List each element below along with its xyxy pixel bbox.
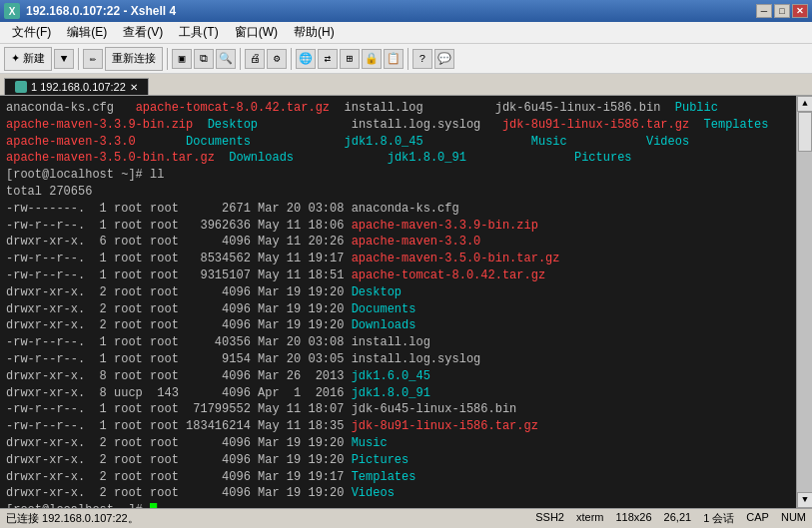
transfer-icon[interactable]: ⇄ (318, 49, 338, 69)
terminal-line: -rw-r--r--. 1 root root 3962636 May 11 1… (6, 218, 790, 235)
print-icon[interactable]: 🖨 (245, 49, 265, 69)
dropdown-arrow[interactable]: ▼ (54, 49, 74, 69)
terminal-line: [root@localhost ~]# █ (6, 502, 790, 508)
help-icon[interactable]: ? (412, 49, 432, 69)
terminal-line: drwxr-xr-x. 6 root root 4096 May 11 20:2… (6, 234, 790, 251)
terminal-line: [root@localhost ~]# ll (6, 167, 790, 184)
new-icon: ✦ (11, 52, 20, 65)
menu-tools[interactable]: 工具(T) (171, 22, 226, 43)
terminal-size: 118x26 (616, 511, 652, 526)
scrollbar[interactable]: ▲ ▼ (796, 96, 812, 508)
terminal-line: total 270656 (6, 184, 790, 201)
globe-icon[interactable]: 🌐 (296, 49, 316, 69)
screen-icon[interactable]: ▣ (172, 49, 192, 69)
caps-indicator: CAP (746, 511, 769, 526)
separator-2 (167, 48, 168, 70)
scroll-down-button[interactable]: ▼ (797, 492, 812, 508)
terminal-wrapper: anaconda-ks.cfg apache-tomcat-8.0.42.tar… (0, 96, 796, 508)
terminal[interactable]: anaconda-ks.cfg apache-tomcat-8.0.42.tar… (0, 96, 796, 508)
toolbar: ✦ 新建 ▼ ✏ 重新连接 ▣ ⧉ 🔍 🖨 ⚙ 🌐 ⇄ ⊞ 🔒 📋 ? 💬 (0, 44, 812, 74)
terminal-line: drwxr-xr-x. 8 root root 4096 Mar 26 2013… (6, 368, 790, 385)
separator-4 (291, 48, 292, 70)
chat-icon[interactable]: 💬 (434, 49, 454, 69)
terminal-line: drwxr-xr-x. 2 root root 4096 Mar 19 19:2… (6, 301, 790, 318)
title-bar: X 192.168.0.107:22 - Xshell 4 ─ □ ✕ (0, 0, 812, 22)
terminal-line: -rw-r--r--. 1 root root 71799552 May 11 … (6, 401, 790, 418)
reconnect-label: 重新连接 (112, 51, 156, 66)
protocol-label: SSH2 (535, 511, 564, 526)
separator-1 (78, 48, 79, 70)
terminal-type: xterm (576, 511, 604, 526)
separator-5 (407, 48, 408, 70)
menu-window[interactable]: 窗口(W) (227, 22, 286, 43)
app-icon: X (4, 3, 20, 19)
connection-status: 已连接 192.168.0.107:22。 (6, 511, 139, 526)
maximize-button[interactable]: □ (774, 4, 790, 18)
new-label: 新建 (23, 51, 45, 66)
lock-icon[interactable]: 🔒 (362, 49, 382, 69)
close-button[interactable]: ✕ (792, 4, 808, 18)
terminal-line: drwxr-xr-x. 2 root root 4096 Mar 19 19:2… (6, 284, 790, 301)
terminal-line: -rw-r--r--. 1 root root 40356 Mar 20 03:… (6, 334, 790, 351)
reconnect-button[interactable]: 重新连接 (105, 47, 163, 71)
menu-bar: 文件(F) 编辑(E) 查看(V) 工具(T) 窗口(W) 帮助(H) (0, 22, 812, 44)
terminal-line: anaconda-ks.cfg apache-tomcat-8.0.42.tar… (6, 100, 790, 117)
num-indicator: NUM (781, 511, 806, 526)
terminal-line: -rw-r--r--. 1 root root 9315107 May 11 1… (6, 267, 790, 284)
terminal-line: -rw-r--r--. 1 root root 9154 Mar 20 03:0… (6, 351, 790, 368)
menu-file[interactable]: 文件(F) (4, 22, 59, 43)
edit-icon[interactable]: ✏ (83, 49, 103, 69)
terminal-line: drwxr-xr-x. 2 root root 4096 Mar 19 19:2… (6, 485, 790, 502)
menu-edit[interactable]: 编辑(E) (59, 22, 115, 43)
separator-3 (240, 48, 241, 70)
terminal-line: -rw-r--r--. 1 root root 183416214 May 11… (6, 418, 790, 435)
terminal-line: drwxr-xr-x. 2 root root 4096 Mar 19 19:1… (6, 469, 790, 486)
menu-view[interactable]: 查看(V) (115, 22, 171, 43)
copy-icon[interactable]: ⧉ (194, 49, 214, 69)
terminal-line: drwxr-xr-x. 8 uucp 143 4096 Apr 1 2016 j… (6, 385, 790, 402)
menu-help[interactable]: 帮助(H) (286, 22, 343, 43)
terminal-line: drwxr-xr-x. 2 root root 4096 Mar 19 19:2… (6, 452, 790, 469)
clipboard-icon[interactable]: 📋 (384, 49, 404, 69)
terminal-line: -rw-r--r--. 1 root root 8534562 May 11 1… (6, 251, 790, 267)
terminal-area: anaconda-ks.cfg apache-tomcat-8.0.42.tar… (0, 96, 812, 508)
scroll-track[interactable] (797, 112, 812, 492)
title-bar-left: X 192.168.0.107:22 - Xshell 4 (4, 3, 176, 19)
tab-icon (15, 81, 27, 93)
status-right: SSH2 xterm 118x26 26,21 1 会话 CAP NUM (535, 511, 806, 526)
terminal-line: drwxr-xr-x. 2 root root 4096 Mar 19 19:2… (6, 317, 790, 334)
status-bar: 已连接 192.168.0.107:22。 SSH2 xterm 118x26 … (0, 508, 812, 528)
window-controls[interactable]: ─ □ ✕ (756, 4, 808, 18)
terminal-line: drwxr-xr-x. 2 root root 4096 Mar 19 19:2… (6, 435, 790, 452)
tab-bar: 1 192.168.0.107:22 ✕ (0, 74, 812, 96)
tab-close-button[interactable]: ✕ (130, 82, 138, 93)
terminal-line: -rw-------. 1 root root 2671 Mar 20 03:0… (6, 201, 790, 218)
terminal-line: apache-maven-3.5.0-bin.tar.gz Downloads … (6, 150, 790, 167)
session-tab-1[interactable]: 1 192.168.0.107:22 ✕ (4, 78, 149, 95)
window-title: 192.168.0.107:22 - Xshell 4 (26, 4, 176, 18)
settings-icon[interactable]: ⚙ (267, 49, 287, 69)
terminal-line: apache-maven-3.3.0 Documents jdk1.8.0_45… (6, 134, 790, 151)
scroll-up-button[interactable]: ▲ (797, 96, 812, 112)
search-icon[interactable]: 🔍 (216, 49, 236, 69)
session-count: 1 会话 (703, 511, 734, 526)
minimize-button[interactable]: ─ (756, 4, 772, 18)
scroll-thumb[interactable] (798, 112, 812, 152)
cursor-position: 26,21 (664, 511, 692, 526)
new-button[interactable]: ✦ 新建 (4, 47, 52, 71)
grid-icon[interactable]: ⊞ (340, 49, 360, 69)
tab-label: 1 192.168.0.107:22 (31, 81, 126, 93)
terminal-line: apache-maven-3.3.9-bin.zip Desktop insta… (6, 117, 790, 134)
